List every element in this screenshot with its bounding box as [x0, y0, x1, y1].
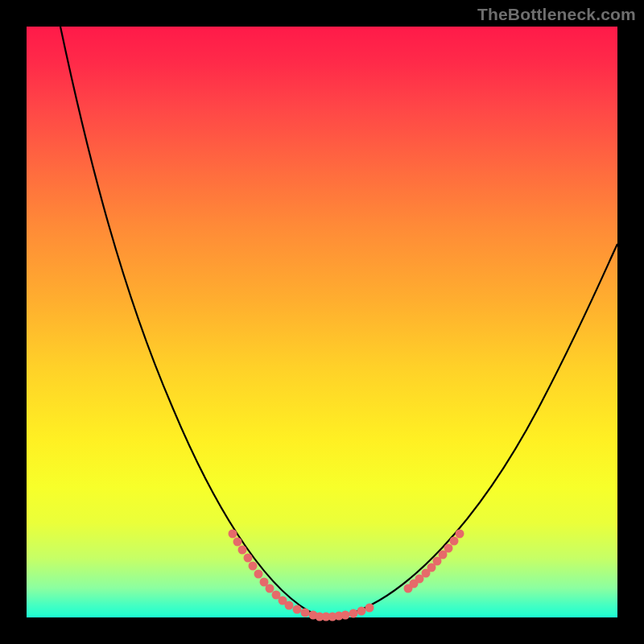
curve-dot — [341, 611, 350, 620]
bottleneck-curve — [60, 27, 617, 617]
curve-dot — [266, 584, 275, 593]
curve-dot — [357, 607, 366, 616]
curve-dot — [301, 609, 310, 617]
curve-dot — [450, 537, 459, 546]
curve-dot — [456, 530, 464, 539]
curve-dot — [233, 538, 242, 547]
plot-area — [27, 27, 617, 617]
curve-dot — [254, 570, 263, 579]
curve-dot — [349, 609, 358, 618]
curve-dot — [238, 546, 247, 555]
curve-dot — [444, 544, 453, 553]
curve-layer — [27, 27, 617, 617]
watermark-label: TheBottleneck.com — [477, 5, 636, 24]
curve-dot — [229, 530, 237, 539]
curve-dot — [244, 554, 253, 563]
curve-dot — [249, 562, 258, 571]
curve-dot — [293, 605, 302, 614]
chart-frame: TheBottleneck.com — [0, 0, 644, 644]
dot-group-right — [404, 530, 464, 593]
curve-dot — [285, 601, 294, 610]
dot-group-floor — [309, 604, 374, 621]
curve-dot — [365, 604, 374, 613]
